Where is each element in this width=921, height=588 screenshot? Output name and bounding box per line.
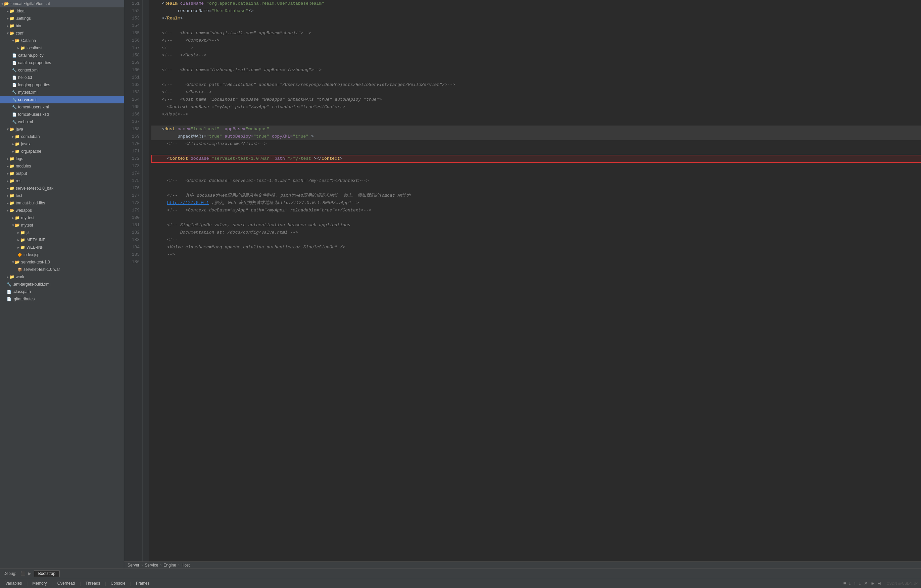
sidebar-item-tomcat-build-libs[interactable]: ▸📁tomcat-build-libs: [0, 199, 124, 207]
sidebar-label-tomcat-root: tomcat ~/gitlab/tomcat: [10, 2, 50, 6]
sidebar-item-res[interactable]: ▸📁res: [0, 177, 124, 185]
sidebar-item-mytest-xml[interactable]: 🔧mytest.xml: [0, 89, 124, 96]
sidebar-item-logs[interactable]: ▸📁logs: [0, 155, 124, 163]
sidebar-item-java[interactable]: ▾📂java: [0, 125, 124, 133]
toolbar-tab-console[interactable]: Console: [109, 580, 127, 586]
sidebar-item-org-apache[interactable]: ▸📁org.apache: [0, 148, 124, 155]
sidebar-item-modules[interactable]: ▸📁modules: [0, 163, 124, 170]
watermark: CSDN @CSDN.JP: [887, 581, 918, 585]
sidebar-item-idea[interactable]: ▸📁.idea: [0, 7, 124, 15]
sidebar-item-servelet-test-1-war[interactable]: 📦servelet-test-1.0.war: [0, 266, 124, 273]
line-number-176: 176: [124, 185, 140, 192]
sidebar-item-conf[interactable]: ▾📂conf: [0, 29, 124, 37]
gutter: [143, 0, 150, 562]
breadcrumb-sep-0: ›: [141, 563, 143, 567]
code-line-177: <!-- 其中 docBase为Web应用的根目录的文件路径, path为Web…: [151, 192, 921, 199]
breadcrumb: Server›Service›Engine›Host: [124, 562, 921, 568]
toolbar-icon-2[interactable]: ↓: [849, 581, 851, 586]
sidebar-item-logging-properties[interactable]: 📄logging.properties: [0, 81, 124, 89]
sidebar-item-javax[interactable]: ▸📁javax: [0, 140, 124, 148]
toolbar-icon-5[interactable]: ✕: [864, 581, 868, 586]
sidebar-item-index-jsp[interactable]: 🔶index.jsp: [0, 251, 124, 259]
line-number-164: 164: [124, 96, 140, 103]
sidebar-item-servelet-test-1[interactable]: ▾📂servelet-test-1.0: [0, 259, 124, 266]
main-container: ▾📂tomcat ~/gitlab/tomcat▸📁.idea▸📁.settin…: [0, 0, 921, 568]
sidebar-item-hello-txt[interactable]: 📄hello.txt: [0, 74, 124, 81]
toolbar-sep-1: |: [26, 581, 28, 586]
line-number-173: 173: [124, 163, 140, 170]
sidebar-item-tomcat-users-xsd[interactable]: 📄tomcat-users.xsd: [0, 111, 124, 118]
sidebar-label-web-xml: web.xml: [18, 119, 33, 124]
line-number-161: 161: [124, 74, 140, 81]
sidebar-label-js: js: [26, 230, 29, 235]
sidebar-label-localhost: localhost: [26, 46, 42, 50]
sidebar-item-catalina-properties[interactable]: 📄catalina.properties: [0, 59, 124, 67]
sidebar-icon-server-xml: 🔧: [12, 98, 17, 102]
sidebar-item-tomcat-users-xml[interactable]: 🔧tomcat-users.xml: [0, 103, 124, 111]
toolbar-sep-3: |: [80, 581, 81, 586]
sidebar-label-logging-properties: logging.properties: [18, 83, 50, 87]
sidebar-item-web-xml[interactable]: 🔧web.xml: [0, 118, 124, 125]
sidebar: ▾📂tomcat ~/gitlab/tomcat▸📁.idea▸📁.settin…: [0, 0, 124, 568]
toolbar-icon-3[interactable]: ↑: [854, 581, 856, 586]
sidebar-item-output[interactable]: ▸📁output: [0, 170, 124, 177]
line-number-154: 154: [124, 22, 140, 29]
sidebar-item-tomcat-root[interactable]: ▾📂tomcat ~/gitlab/tomcat: [0, 0, 124, 7]
toolbar-icon-1[interactable]: ≡: [843, 581, 846, 586]
sidebar-item-catalina[interactable]: ▾📂Catalina: [0, 37, 124, 44]
line-number-169: 169: [124, 133, 140, 140]
sidebar-item-WEB-INF[interactable]: ▸📁WEB-INF: [0, 244, 124, 251]
sidebar-item-mytest[interactable]: ▾📂mytest: [0, 222, 124, 229]
sidebar-label-com-luban: com.luban: [21, 134, 40, 139]
code-area[interactable]: <Realm className="org.apache.catalina.re…: [150, 0, 921, 562]
sidebar-item-webapps[interactable]: ▾📂webapps: [0, 207, 124, 214]
breadcrumb-sep-2: ›: [178, 563, 179, 567]
toolbar-tab-variables[interactable]: Variables: [3, 580, 24, 586]
line-number-175: 175: [124, 177, 140, 185]
sidebar-label-hello-txt: hello.txt: [18, 75, 32, 80]
sidebar-item-com-luban[interactable]: ▸📁com.luban: [0, 133, 124, 140]
sidebar-label-META-INF: META-INF: [26, 238, 45, 242]
line-number-183: 183: [124, 236, 140, 244]
breadcrumb-item-3[interactable]: Host: [182, 563, 190, 567]
sidebar-item-settings[interactable]: ▸📁.settings: [0, 15, 124, 22]
breadcrumb-item-0[interactable]: Server: [127, 563, 139, 567]
sidebar-label-work: work: [16, 275, 24, 279]
toolbar-icon-6[interactable]: ⊞: [871, 581, 875, 586]
sidebar-item-work[interactable]: ▸📁work: [0, 273, 124, 280]
toolbar-icon-4[interactable]: ↓: [859, 581, 861, 586]
sidebar-item-js[interactable]: ▸📁js: [0, 229, 124, 236]
sidebar-item-gitattributes[interactable]: 📄.gitattributes: [0, 295, 124, 303]
breadcrumb-item-2[interactable]: Engine: [163, 563, 176, 567]
code-line-156: <!-- <Context/>-->: [151, 37, 921, 44]
sidebar-item-classpath[interactable]: 📄.classpath: [0, 288, 124, 295]
sidebar-icon-servelet-test-1-war: 📦: [18, 267, 22, 272]
toolbar-tab-threads[interactable]: Threads: [84, 580, 103, 586]
sidebar-item-META-INF[interactable]: ▸📁META-INF: [0, 236, 124, 244]
sidebar-icon-gitattributes: 📄: [7, 297, 11, 301]
sidebar-item-localhost[interactable]: ▸📁localhost: [0, 44, 124, 52]
breadcrumb-item-1[interactable]: Service: [145, 563, 158, 567]
line-number-155: 155: [124, 29, 140, 37]
toolbar-sep-5: |: [130, 581, 131, 586]
toolbar-tab-frames[interactable]: Frames: [134, 580, 152, 586]
sidebar-label-org-apache: org.apache: [21, 149, 41, 154]
toolbar-tab-memory[interactable]: Memory: [30, 580, 49, 586]
sidebar-item-test[interactable]: ▸📁test: [0, 192, 124, 199]
code-line-183: <!--: [151, 236, 921, 244]
debug-tab-bootstrap[interactable]: Bootstrap: [34, 570, 60, 577]
sidebar-item-ant-targets[interactable]: 🔧.ant-targets-build.xml: [0, 280, 124, 288]
line-number-168: 168: [124, 125, 140, 133]
sidebar-item-catalina-policy[interactable]: 📄catalina.policy: [0, 52, 124, 59]
sidebar-item-my-test[interactable]: ▸📁my-test: [0, 214, 124, 222]
toolbar-tab-overhead[interactable]: Overhead: [55, 580, 77, 586]
toolbar-icon-7[interactable]: ⊟: [877, 581, 881, 586]
sidebar-item-bin[interactable]: ▸📁bin: [0, 22, 124, 29]
sidebar-item-context-xml[interactable]: 🔧context.xml: [0, 67, 124, 74]
sidebar-item-servelet-test-bak[interactable]: ▸📁servelet-test-1.0_bak: [0, 185, 124, 192]
code-line-170: <!-- <Alias>examplexx.com</Alias>-->: [151, 140, 921, 148]
sidebar-item-server-xml[interactable]: 🔧server.xml: [0, 96, 124, 103]
sidebar-label-logs: logs: [16, 156, 23, 161]
sidebar-icon-tomcat-users-xsd: 📄: [12, 112, 17, 117]
line-number-157: 157: [124, 44, 140, 52]
